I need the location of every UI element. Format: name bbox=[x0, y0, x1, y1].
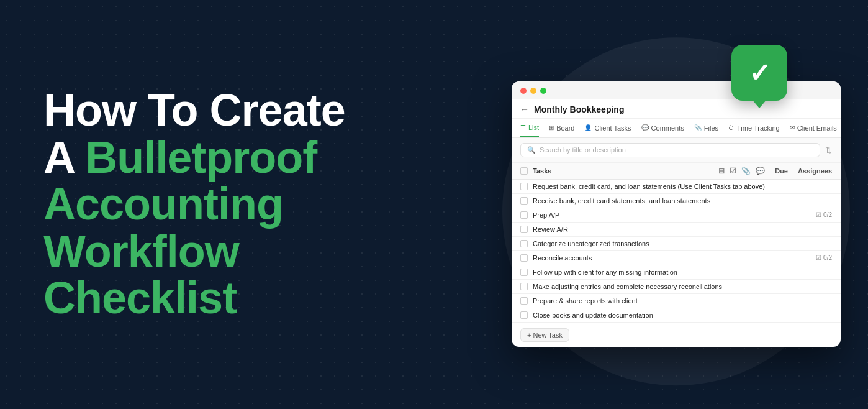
tab-client-tasks[interactable]: 👤 Client Tasks bbox=[584, 119, 631, 137]
headline-line4: Workflow bbox=[43, 228, 345, 275]
tasks-column-header: Tasks bbox=[533, 167, 713, 175]
task-row[interactable]: Prep A/P ☑ 0/2 bbox=[512, 208, 841, 223]
tab-files[interactable]: 📎 Files bbox=[694, 119, 718, 137]
attachment-header-icon: 📎 bbox=[741, 167, 751, 175]
badge-count: 0/2 bbox=[823, 254, 832, 261]
back-arrow-icon[interactable]: ← bbox=[520, 104, 529, 114]
search-row: 🔍 Search by title or description ⇅ bbox=[512, 138, 841, 163]
task-badge: ☑ 0/2 bbox=[816, 211, 832, 218]
table-header: Tasks ⊟ ☑ 📎 💬 Due Assignees bbox=[512, 163, 841, 180]
task-text: Prepare & share reports with client bbox=[533, 297, 832, 305]
title-bar bbox=[512, 81, 841, 99]
tab-files-label: Files bbox=[704, 124, 718, 132]
tab-list[interactable]: ☰ List bbox=[520, 119, 539, 137]
search-placeholder: Search by title or description bbox=[540, 146, 626, 154]
task-text: Receive bank, credit card statements, an… bbox=[533, 197, 832, 204]
tab-client-tasks-label: Client Tasks bbox=[594, 124, 631, 132]
task-row[interactable]: Categorize uncategorized transactions bbox=[512, 237, 841, 251]
headline-line5: Checklist bbox=[43, 275, 345, 322]
right-panel: ✓ ← Monthly Bookkeeping ☰ List bbox=[484, 0, 868, 409]
task-row[interactable]: Request bank, credit card, and loan stat… bbox=[512, 180, 841, 194]
time-tracking-icon: ⏱ bbox=[728, 124, 735, 131]
task-row[interactable]: Reconcile accounts ☑ 0/2 bbox=[512, 251, 841, 265]
task-checkbox[interactable] bbox=[520, 269, 528, 276]
task-checkbox[interactable] bbox=[520, 254, 528, 262]
dot-red bbox=[520, 88, 527, 94]
task-checkbox[interactable] bbox=[520, 211, 528, 219]
new-task-button[interactable]: + New Task bbox=[520, 328, 569, 342]
badge-check-icon: ☑ bbox=[816, 211, 821, 218]
task-list: Request bank, credit card, and loan stat… bbox=[512, 180, 841, 323]
checkmark-icon: ✓ bbox=[749, 58, 771, 88]
dot-green bbox=[540, 88, 546, 94]
badge-count: 0/2 bbox=[823, 211, 832, 218]
task-badge: ☑ 0/2 bbox=[816, 254, 832, 261]
task-checkbox[interactable] bbox=[520, 311, 528, 319]
select-all-checkbox[interactable] bbox=[520, 167, 528, 175]
assignees-column-header: Assignees bbox=[798, 167, 832, 175]
client-tasks-icon: 👤 bbox=[584, 124, 592, 131]
tab-list-label: List bbox=[528, 124, 539, 131]
task-text: Follow up with client for any missing in… bbox=[533, 269, 832, 276]
files-icon: 📎 bbox=[694, 124, 702, 131]
task-checkbox[interactable] bbox=[520, 183, 528, 190]
comment-header-icon: 💬 bbox=[756, 167, 765, 175]
task-text: Close books and update documentation bbox=[533, 311, 832, 319]
new-task-row: + New Task bbox=[512, 323, 841, 347]
task-checkbox[interactable] bbox=[520, 197, 528, 204]
tab-client-emails[interactable]: ✉ Client Emails bbox=[790, 119, 837, 137]
board-icon: ⊞ bbox=[549, 124, 554, 131]
green-check-badge: ✓ bbox=[731, 45, 787, 101]
headline-line1: How To Create bbox=[43, 87, 345, 134]
header-icons: ⊟ ☑ 📎 💬 bbox=[718, 167, 765, 175]
tab-comments[interactable]: 💬 Comments bbox=[641, 119, 684, 137]
grid-icon: ⊟ bbox=[718, 167, 725, 175]
task-text: Reconcile accounts bbox=[533, 254, 811, 262]
headline-line2: A Bulletproof bbox=[43, 134, 345, 182]
headline-a-prefix: A bbox=[43, 132, 85, 182]
badge-check-icon: ☑ bbox=[816, 254, 821, 261]
dot-yellow bbox=[530, 88, 536, 94]
page-container: How To Create A Bulletproof Accounting W… bbox=[0, 0, 868, 409]
tab-board[interactable]: ⊞ Board bbox=[549, 119, 574, 137]
tab-row: ☰ List ⊞ Board 👤 Client Tasks 💬 Comments… bbox=[512, 119, 841, 138]
page-title: Monthly Bookkeeping bbox=[534, 104, 624, 114]
tab-time-tracking[interactable]: ⏱ Time Tracking bbox=[728, 119, 780, 137]
left-panel: How To Create A Bulletproof Accounting W… bbox=[0, 0, 484, 409]
tab-comments-label: Comments bbox=[651, 124, 684, 132]
task-row[interactable]: Review A/R bbox=[512, 223, 841, 237]
tab-time-tracking-label: Time Tracking bbox=[737, 124, 780, 132]
task-checkbox[interactable] bbox=[520, 297, 528, 305]
task-row[interactable]: Close books and update documentation bbox=[512, 308, 841, 323]
task-row[interactable]: Make adjusting entries and complete nece… bbox=[512, 280, 841, 294]
check-icon: ☑ bbox=[730, 167, 736, 175]
app-mockup: ← Monthly Bookkeeping ☰ List ⊞ Board 👤 C… bbox=[512, 81, 841, 347]
headline-bulletproof: Bulletproof bbox=[85, 132, 317, 182]
task-text: Categorize uncategorized transactions bbox=[533, 240, 832, 247]
tab-client-emails-label: Client Emails bbox=[797, 124, 837, 132]
task-text: Request bank, credit card, and loan stat… bbox=[533, 183, 832, 190]
task-row[interactable]: Receive bank, credit card statements, an… bbox=[512, 194, 841, 208]
search-box[interactable]: 🔍 Search by title or description bbox=[520, 143, 820, 157]
task-checkbox[interactable] bbox=[520, 240, 528, 247]
task-checkbox[interactable] bbox=[520, 283, 528, 290]
search-icon: 🔍 bbox=[527, 146, 536, 154]
comments-icon: 💬 bbox=[641, 124, 649, 131]
headline-line3: Accounting bbox=[43, 181, 345, 228]
task-checkbox[interactable] bbox=[520, 226, 528, 233]
task-text: Review A/R bbox=[533, 226, 832, 233]
tab-board-label: Board bbox=[556, 124, 574, 132]
task-text: Prep A/P bbox=[533, 211, 811, 219]
due-column-header: Due bbox=[775, 167, 788, 175]
client-emails-icon: ✉ bbox=[790, 124, 795, 131]
filter-icon[interactable]: ⇅ bbox=[825, 145, 832, 155]
task-text: Make adjusting entries and complete nece… bbox=[533, 283, 832, 290]
list-icon: ☰ bbox=[520, 124, 526, 131]
task-row[interactable]: Prepare & share reports with client bbox=[512, 294, 841, 308]
task-row[interactable]: Follow up with client for any missing in… bbox=[512, 265, 841, 280]
headline-text: How To Create A Bulletproof Accounting W… bbox=[43, 87, 345, 322]
nav-row: ← Monthly Bookkeeping bbox=[512, 99, 841, 119]
